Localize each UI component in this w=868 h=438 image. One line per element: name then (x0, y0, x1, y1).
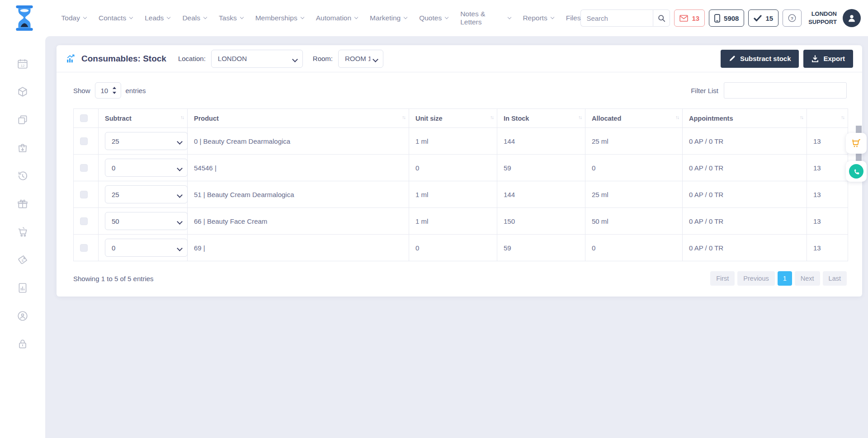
copy-icon[interactable] (17, 114, 28, 126)
history-icon[interactable] (17, 170, 28, 182)
tasks-badge[interactable]: 15 (748, 9, 778, 27)
calls-badge[interactable]: 5908 (709, 9, 744, 27)
header-product[interactable]: Product↑↓ (188, 109, 409, 128)
chevron-down-icon (354, 15, 358, 19)
row-checkbox[interactable] (80, 244, 88, 252)
pagination-first[interactable]: First (710, 271, 735, 286)
sort-icon: ↑↓ (675, 114, 679, 120)
cart-icon (851, 138, 862, 149)
package-icon[interactable] (17, 86, 28, 98)
report-icon[interactable] (17, 282, 28, 294)
subtract-select[interactable]: 25 (105, 132, 188, 150)
nav-label: Files (566, 14, 581, 22)
select-all-checkbox[interactable] (80, 114, 88, 122)
help-button[interactable]: ? (783, 9, 802, 27)
allocated-cell: 0 (585, 235, 683, 261)
location-select-wrap: LONDON (211, 50, 303, 68)
checkbox-cell (74, 235, 99, 261)
nav-automation[interactable]: Automation (316, 14, 358, 22)
header-unit-size[interactable]: Unit size↑↓ (409, 109, 497, 128)
support-icon[interactable] (17, 310, 28, 322)
export-label: Export (823, 55, 845, 62)
table-row: 50 66 | Beauty Face Cream 1 ml 150 50 ml… (74, 208, 848, 235)
nav-files[interactable]: Files (566, 14, 581, 22)
nav-quotes[interactable]: Quotes (419, 14, 448, 22)
chevron-down-icon (129, 15, 133, 19)
sort-icon: ↑↓ (180, 114, 184, 120)
header-count[interactable]: ↑↓ (807, 109, 848, 128)
nav-contacts[interactable]: Contacts (99, 14, 132, 22)
subtract-stock-label: Substract stock (740, 55, 791, 62)
subtract-stock-button[interactable]: Substract stock (721, 50, 799, 68)
cart-icon[interactable] (17, 226, 28, 238)
export-button[interactable]: Export (803, 50, 853, 68)
nav-deals[interactable]: Deals (182, 14, 207, 22)
header-label: Allocated (592, 115, 621, 122)
floating-phone-button[interactable] (846, 161, 867, 182)
page-size-select[interactable]: 10 (95, 82, 121, 99)
checkbox-cell (74, 208, 99, 235)
subtract-select-wrap: 25 (105, 132, 188, 150)
header-label: Product (194, 115, 219, 122)
chevron-down-icon (550, 15, 554, 19)
nav-marketing[interactable]: Marketing (370, 14, 407, 22)
pagination-page-1[interactable]: 1 (778, 271, 792, 286)
subtract-select[interactable]: 0 (105, 239, 188, 257)
header-subtract[interactable]: Subtract↑↓ (99, 109, 188, 128)
entries-label: entries (126, 87, 146, 94)
subtract-select[interactable]: 25 (105, 185, 188, 203)
nav-leads[interactable]: Leads (145, 14, 170, 22)
header-appointments[interactable]: Appointments↑↓ (683, 109, 807, 128)
gift-icon[interactable] (17, 198, 28, 210)
location-select[interactable]: LONDON (211, 50, 303, 68)
row-checkbox[interactable] (80, 164, 88, 172)
filter-list-input[interactable] (724, 82, 847, 99)
nav-memberships[interactable]: Memberships (255, 14, 304, 22)
count-cell: 13 (807, 128, 848, 155)
table-controls: Show 10 entries Filter List (73, 82, 847, 99)
envelope-icon (679, 15, 688, 22)
subtract-select[interactable]: 50 (105, 212, 188, 230)
pagination-next[interactable]: Next (795, 271, 820, 286)
subtract-select[interactable]: 0 (105, 159, 188, 177)
product-cell: 66 | Beauty Face Cream (188, 208, 409, 235)
lock-icon[interactable] (17, 338, 28, 350)
product-cell: 69 | (188, 235, 409, 261)
appointments-cell: 0 AP / 0 TR (683, 128, 807, 155)
subtract-cell: 50 (99, 208, 188, 235)
room-select[interactable]: ROOM 1 (338, 50, 383, 68)
location-label: Location: (178, 55, 206, 62)
app-logo[interactable] (14, 5, 36, 31)
page-title: Consumables: Stock (81, 54, 166, 64)
unit-size-cell: 0 (409, 235, 497, 261)
nav-notes-letters[interactable]: Notes & Letters (460, 10, 510, 26)
search-button[interactable] (653, 9, 670, 27)
row-checkbox[interactable] (80, 191, 88, 198)
nav-today[interactable]: Today (61, 14, 86, 22)
header-in-stock[interactable]: In Stock↑↓ (497, 109, 585, 128)
pencil-icon (729, 55, 736, 62)
nav-tasks[interactable]: Tasks (219, 14, 243, 22)
pagination-last[interactable]: Last (823, 271, 847, 286)
price-tag-icon[interactable]: $ (17, 254, 28, 266)
avatar[interactable] (843, 9, 861, 27)
user-name: LONDON SUPPORT (808, 10, 837, 26)
purchases-bag-icon[interactable] (17, 142, 28, 154)
nav-label: Leads (145, 14, 164, 22)
header-allocated[interactable]: Allocated↑↓ (585, 109, 683, 128)
nav-label: Quotes (419, 14, 442, 22)
pagination-previous[interactable]: Previous (737, 271, 774, 286)
global-search (580, 9, 670, 27)
floating-cart-button[interactable] (846, 133, 867, 154)
calendar-icon[interactable]: 12 (17, 58, 28, 70)
messages-badge[interactable]: 13 (674, 9, 705, 27)
check-icon (754, 15, 762, 22)
count-cell: 13 (807, 155, 848, 181)
appointments-cell: 0 AP / 0 TR (683, 208, 807, 235)
row-checkbox[interactable] (80, 137, 88, 145)
search-input[interactable] (580, 9, 653, 27)
consumables-stock-card: Consumables: Stock Location: LONDON Room… (57, 45, 862, 297)
row-checkbox[interactable] (80, 217, 88, 225)
unit-size-cell: 1 ml (409, 128, 497, 155)
nav-reports[interactable]: Reports (523, 14, 553, 22)
